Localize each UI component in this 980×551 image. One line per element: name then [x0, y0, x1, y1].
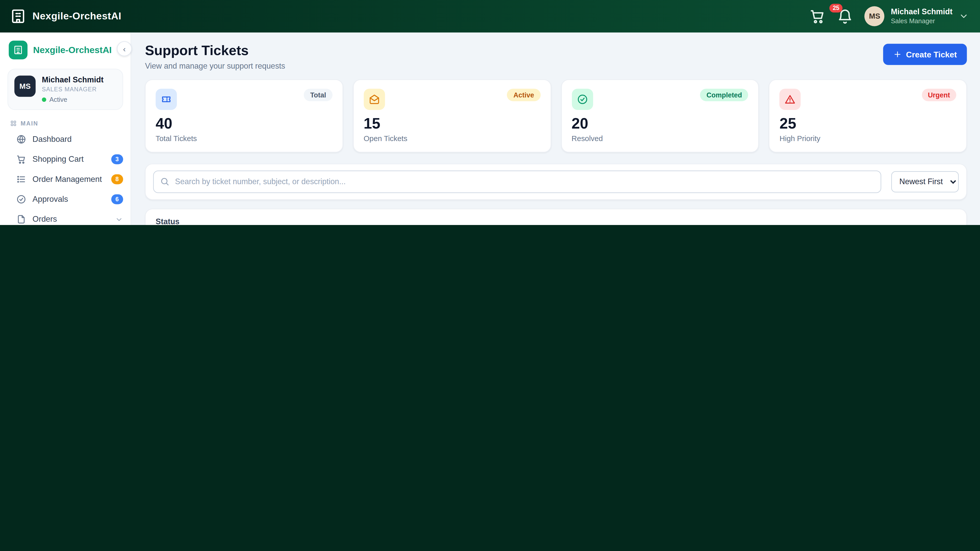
- cart-icon[interactable]: [810, 8, 826, 24]
- sidebar: Nexgile-OrchestAI ‹ MS Michael Schmidt S…: [0, 32, 131, 225]
- cart-count-badge: 3: [111, 154, 123, 164]
- sidebar-section-label: MAIN: [21, 120, 38, 127]
- stat-label: Open Tickets: [364, 135, 540, 143]
- main-content: Support Tickets View and manage your sup…: [131, 32, 980, 225]
- profile-avatar: MS: [14, 76, 35, 97]
- profile-status: Active: [42, 96, 103, 103]
- topbar-actions: 25 MS Michael Schmidt Sales Manager: [810, 6, 969, 26]
- search-bar: Newest First: [145, 164, 967, 200]
- sidebar-brand: Nexgile-OrchestAI ‹: [0, 32, 130, 65]
- chevron-down-icon: [959, 11, 969, 21]
- sidebar-item-orders[interactable]: Orders: [0, 209, 130, 225]
- sidebar-item-order-management[interactable]: Order Management 8: [0, 169, 130, 189]
- search-icon: [160, 177, 169, 186]
- online-status-dot: [42, 97, 46, 102]
- stat-tag: Completed: [700, 89, 748, 101]
- filters-panel: Status Open In Progress Waiting for Cust…: [145, 209, 967, 225]
- sidebar-section-main: MAIN: [0, 115, 130, 129]
- status-filter-label: Status: [156, 218, 956, 225]
- stat-value: 20: [572, 115, 748, 133]
- page-title: Support Tickets: [145, 43, 285, 59]
- stat-label: Resolved: [572, 135, 748, 143]
- search-input[interactable]: [153, 171, 881, 193]
- stat-tag: Total: [304, 89, 332, 101]
- stat-label: High Priority: [780, 135, 956, 143]
- sidebar-item-approvals[interactable]: Approvals 6: [0, 189, 130, 209]
- user-name: Michael Schmidt: [891, 7, 953, 17]
- stat-card-open: Active 15 Open Tickets: [353, 79, 551, 152]
- sort-select[interactable]: Newest First: [891, 171, 959, 192]
- profile-status-label: Active: [49, 96, 67, 103]
- page-subtitle: View and manage your support requests: [145, 62, 285, 70]
- stat-card-resolved: Completed 20 Resolved: [561, 79, 759, 152]
- cart-icon: [16, 154, 26, 164]
- stat-cards: Total 40 Total Tickets Active 15 Open Ti…: [145, 79, 967, 152]
- user-role: Sales Manager: [891, 17, 953, 25]
- topbar-brand-name: Nexgile-OrchestAI: [32, 11, 121, 22]
- ticket-icon: [156, 89, 177, 110]
- sidebar-profile-card: MS Michael Schmidt SALES MANAGER Active: [7, 68, 123, 110]
- plus-icon: [893, 50, 902, 59]
- create-ticket-button[interactable]: Create Ticket: [883, 44, 967, 65]
- stat-card-high-priority: Urgent 25 High Priority: [769, 79, 967, 152]
- sidebar-collapse-button[interactable]: ‹: [117, 41, 132, 56]
- list-icon: [16, 174, 26, 184]
- stat-value: 15: [364, 115, 540, 133]
- grid-icon: [10, 120, 17, 127]
- alert-triangle-icon: [780, 89, 800, 110]
- app-root: Nexgile-OrchestAI 25 MS Michael Schmidt …: [0, 0, 980, 225]
- stat-card-total: Total 40 Total Tickets: [145, 79, 343, 152]
- globe-icon: [16, 135, 26, 144]
- file-icon: [16, 214, 26, 224]
- profile-role: SALES MANAGER: [42, 86, 103, 93]
- approvals-count-badge: 6: [111, 194, 123, 204]
- sidebar-item-shopping-cart[interactable]: Shopping Cart 3: [0, 149, 130, 169]
- stat-value: 25: [780, 115, 956, 133]
- chevron-down-icon: [115, 215, 123, 224]
- mail-open-icon: [364, 89, 385, 110]
- sidebar-logo-icon: [9, 41, 27, 59]
- stat-label: Total Tickets: [156, 135, 332, 143]
- notifications-bell-icon[interactable]: 25: [837, 8, 853, 24]
- page-header: Support Tickets View and manage your sup…: [145, 43, 967, 71]
- avatar: MS: [865, 6, 885, 26]
- stat-tag: Active: [507, 89, 540, 101]
- check-circle-icon: [572, 89, 593, 110]
- sidebar-nav: Dashboard Shopping Cart 3 Order Manageme…: [0, 129, 130, 225]
- sidebar-brand-name: Nexgile-OrchestAI: [33, 45, 112, 55]
- brand-logo-icon: [10, 8, 26, 24]
- notification-badge: 25: [830, 4, 842, 12]
- stat-value: 40: [156, 115, 332, 133]
- stat-tag: Urgent: [921, 89, 956, 101]
- order-count-badge: 8: [111, 174, 123, 184]
- topbar: Nexgile-OrchestAI 25 MS Michael Schmidt …: [0, 0, 980, 32]
- sidebar-item-dashboard[interactable]: Dashboard: [0, 129, 130, 149]
- user-menu[interactable]: MS Michael Schmidt Sales Manager: [865, 6, 969, 26]
- topbar-brand: Nexgile-OrchestAI: [10, 8, 121, 24]
- profile-name: Michael Schmidt: [42, 76, 103, 84]
- check-circle-icon: [16, 194, 26, 204]
